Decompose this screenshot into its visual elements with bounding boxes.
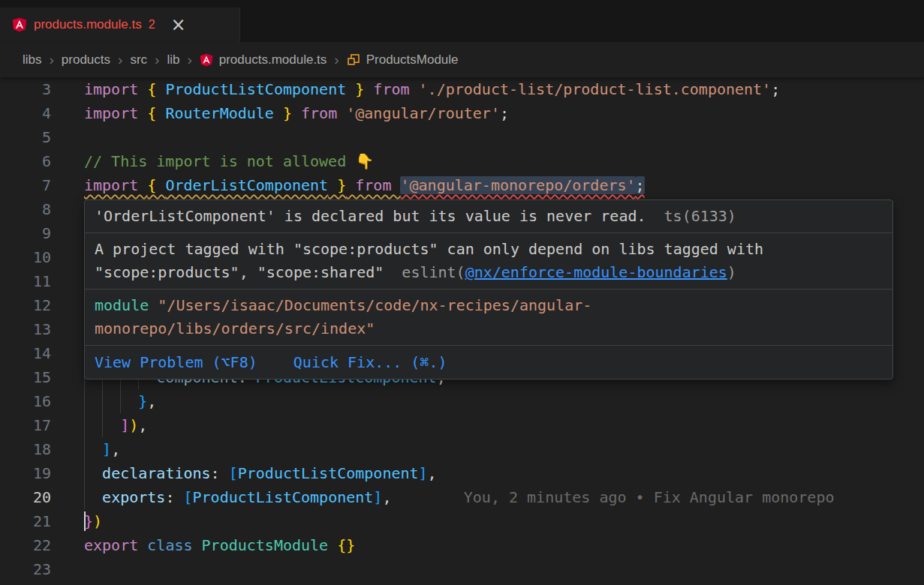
code-token: [ xyxy=(183,488,192,506)
line-number[interactable]: 11 xyxy=(0,269,51,293)
indent-guide xyxy=(84,437,98,461)
code-line[interactable]: 23 xyxy=(0,557,924,581)
line-number[interactable]: 20 xyxy=(0,485,51,509)
breadcrumb-item-libs[interactable]: libs xyxy=(23,52,42,68)
eslint-rule-link[interactable]: @nx/enforce-module-boundaries xyxy=(465,263,727,281)
code-line[interactable]: 4import { RouterModule } from '@angular/… xyxy=(0,101,924,125)
tab-label: products.module.ts xyxy=(34,17,142,32)
line-number[interactable]: 15 xyxy=(0,365,51,389)
git-blame-annotation: You, 2 minutes ago • Fix Angular monorep… xyxy=(464,488,835,506)
code-line[interactable]: 20 exports: [ProductListComponent],You, … xyxy=(0,485,924,509)
code-token: { xyxy=(147,176,165,194)
code-line[interactable]: 3import { ProductListComponent } from '.… xyxy=(0,77,924,101)
module-path-line1: module "/Users/isaac/Documents/code/nx-r… xyxy=(95,294,883,317)
line-content[interactable]: declarations: [ProductListComponent], xyxy=(84,461,924,485)
view-problem-link[interactable]: View Problem (⌥F8) xyxy=(95,353,257,371)
code-token: } xyxy=(346,80,364,98)
breadcrumb-item-products[interactable]: products xyxy=(62,52,110,68)
breadcrumb-label: products.module.ts xyxy=(219,52,327,68)
code-line[interactable]: 19 declarations: [ProductListComponent], xyxy=(0,461,924,485)
code-line[interactable]: 17 ]), xyxy=(0,413,924,437)
code-token: declarations xyxy=(102,464,211,482)
line-content[interactable] xyxy=(84,557,924,581)
line-number[interactable]: 8 xyxy=(0,197,51,221)
diagnostic-message: 'OrderListComponent' is declared but its… xyxy=(95,207,646,225)
code-token: { xyxy=(147,80,165,98)
breadcrumb-item-file[interactable]: products.module.ts xyxy=(200,52,327,68)
hover-popup: 'OrderListComponent' is declared but its… xyxy=(84,200,893,380)
line-content[interactable]: import { ProductListComponent } from './… xyxy=(84,77,924,101)
code-token: ProductListComponent xyxy=(165,80,346,98)
diagnostic-message-line2: "scope:products", "scope:shared" eslint(… xyxy=(95,261,883,284)
indent-guide xyxy=(84,413,116,437)
line-content[interactable]: }, xyxy=(84,389,924,413)
line-content[interactable]: import { OrderListComponent } from '@ang… xyxy=(84,173,924,197)
code-token: } xyxy=(138,392,147,410)
breadcrumb-item-src[interactable]: src xyxy=(130,52,147,68)
breadcrumb-item-symbol[interactable]: ProductsModule xyxy=(347,52,459,68)
line-number[interactable]: 13 xyxy=(0,317,51,341)
line-number[interactable]: 3 xyxy=(0,77,51,101)
code-token: ] xyxy=(102,440,111,458)
code-line[interactable]: 22export class ProductsModule {} xyxy=(0,533,924,557)
code-token: ; xyxy=(500,104,509,122)
line-number[interactable]: 9 xyxy=(0,221,51,245)
line-number[interactable]: 16 xyxy=(0,389,51,413)
code-line[interactable]: 18 ], xyxy=(0,437,924,461)
line-number[interactable]: 6 xyxy=(0,149,51,173)
code-token: from xyxy=(346,176,400,194)
quick-fix-link[interactable]: Quick Fix... (⌘.) xyxy=(293,353,447,371)
code-line[interactable]: 7import { OrderListComponent } from '@an… xyxy=(0,173,924,197)
editor: 3import { ProductListComponent } from '.… xyxy=(0,77,924,581)
diagnostic-ts: 'OrderListComponent' is declared but its… xyxy=(85,200,892,233)
line-content[interactable]: }) xyxy=(84,509,924,533)
line-content[interactable]: export class ProductsModule {} xyxy=(84,533,924,557)
code-line[interactable]: 6// This import is not allowed 👇 xyxy=(0,149,924,173)
code-token: ; xyxy=(636,176,645,194)
line-content[interactable]: exports: [ProductListComponent],You, 2 m… xyxy=(84,485,924,509)
angular-icon xyxy=(200,53,213,67)
code-token: exports xyxy=(102,488,165,506)
code-token: ] xyxy=(419,464,428,482)
code-line[interactable]: 5 xyxy=(0,125,924,149)
code-token: , xyxy=(428,464,437,482)
line-number[interactable]: 17 xyxy=(0,413,51,437)
chevron-right-icon: › xyxy=(118,52,122,68)
module-path: "/Users/isaac/Documents/code/nx-recipes/… xyxy=(158,296,591,314)
diagnostic-message-line1: A project tagged with "scope:products" c… xyxy=(95,238,883,261)
line-number[interactable]: 4 xyxy=(0,101,51,125)
line-number[interactable]: 23 xyxy=(0,557,51,581)
line-content[interactable]: ], xyxy=(84,437,924,461)
code-token: ; xyxy=(771,80,780,98)
breadcrumb-item-lib[interactable]: lib xyxy=(167,52,179,68)
line-number[interactable]: 18 xyxy=(0,437,51,461)
code-line[interactable]: 16 }, xyxy=(0,389,924,413)
line-content[interactable]: ]), xyxy=(84,413,924,437)
line-content[interactable]: import { RouterModule } from '@angular/r… xyxy=(84,101,924,125)
code-token: // This import is not allowed xyxy=(84,152,355,170)
line-number[interactable]: 19 xyxy=(0,461,51,485)
code-token: '@angular/router' xyxy=(346,104,500,122)
line-number[interactable]: 5 xyxy=(0,125,51,149)
close-icon[interactable]: × xyxy=(171,16,186,34)
tab-error-count-badge: 2 xyxy=(149,18,155,32)
code-token: './product-list/product-list.component' xyxy=(419,80,772,98)
line-number[interactable]: 12 xyxy=(0,293,51,317)
code-token: {} xyxy=(337,536,355,554)
line-number[interactable]: 7 xyxy=(0,173,51,197)
line-number[interactable]: 22 xyxy=(0,533,51,557)
code-token: import xyxy=(84,104,147,122)
line-number[interactable]: 21 xyxy=(0,509,51,533)
angular-icon xyxy=(12,17,27,32)
line-content[interactable]: // This import is not allowed 👇 xyxy=(84,149,924,173)
line-content[interactable] xyxy=(84,125,924,149)
code-token: ) xyxy=(93,512,102,530)
code-token: import xyxy=(84,176,147,194)
line-number[interactable]: 10 xyxy=(0,245,51,269)
tab-products-module[interactable]: products.module.ts 2 × xyxy=(0,8,240,42)
breadcrumb-label: libs xyxy=(23,52,42,68)
code-line[interactable]: 21}) xyxy=(0,509,924,533)
breadcrumb: libs › products › src › lib › products.m… xyxy=(0,42,924,77)
line-number[interactable]: 14 xyxy=(0,341,51,365)
code-token: '@angular-monorepo/orders' xyxy=(400,176,635,194)
